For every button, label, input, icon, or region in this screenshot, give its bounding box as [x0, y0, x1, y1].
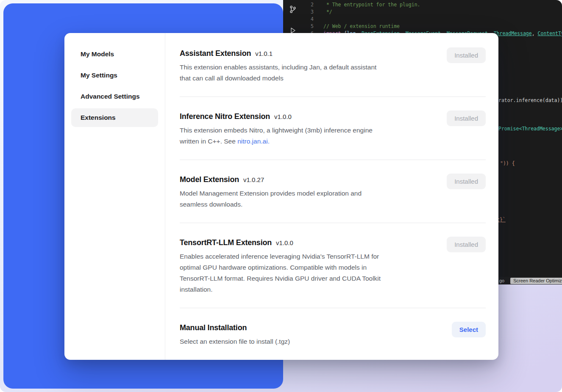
- extension-title: TensortRT-LLM Extension: [180, 237, 272, 248]
- code-fragment: rator.inference(data));: [498, 97, 562, 103]
- extension-row-assistant-extension: Assistant Extensionv1.0.1This extension …: [180, 41, 486, 97]
- extension-description: Model Management Extension provides mode…: [180, 188, 362, 210]
- extension-title: Manual Installation: [180, 322, 247, 334]
- extension-info: Model Extensionv1.0.27Model Management E…: [180, 174, 362, 210]
- extension-version: v1.0.0: [274, 113, 292, 120]
- settings-sidebar: My ModelsMy SettingsAdvanced SettingsExt…: [64, 33, 165, 360]
- settings-sidebar-list: My ModelsMy SettingsAdvanced SettingsExt…: [71, 45, 158, 127]
- extension-info: Inference Nitro Extensionv1.0.0This exte…: [180, 110, 373, 147]
- extension-row-model-extension: Model Extensionv1.0.27Model Management E…: [180, 160, 486, 223]
- code-text: [314, 16, 323, 23]
- line-number: 5: [303, 23, 314, 30]
- model-extension-button[interactable]: Installed: [447, 174, 486, 189]
- extension-title: Assistant Extension: [180, 47, 251, 59]
- extension-title-row: Inference Nitro Extensionv1.0.0: [180, 110, 373, 122]
- code-line: 4: [303, 16, 562, 23]
- sidebar-item-extensions[interactable]: Extensions: [71, 108, 158, 127]
- extension-title: Inference Nitro Extension: [180, 110, 270, 122]
- extension-description: Enables accelerated inference leveraging…: [180, 251, 381, 295]
- code-line: 3 */: [303, 8, 562, 16]
- line-number: 3: [303, 8, 314, 16]
- code-fragment: ")) {: [500, 160, 515, 166]
- manual-installation-button[interactable]: Select: [452, 322, 486, 337]
- settings-modal: My ModelsMy SettingsAdvanced SettingsExt…: [64, 33, 498, 360]
- extension-info: Manual InstallationSelect an extension f…: [180, 322, 290, 347]
- extension-row-tensorrt-llm-extension: TensortRT-LLM Extensionv1.0.0Enables acc…: [180, 223, 486, 308]
- extension-title: Model Extension: [180, 174, 239, 185]
- code-line: 2 * The entrypoint for the plugin.: [303, 1, 562, 8]
- extension-info: TensortRT-LLM Extensionv1.0.0Enables acc…: [180, 237, 381, 295]
- extension-description: Select an extension file to install (.tg…: [180, 336, 290, 347]
- line-number: 4: [303, 16, 314, 23]
- code-text: // Web / extension runtime: [314, 23, 400, 30]
- extension-version: v1.0.27: [243, 176, 264, 183]
- extension-row-manual-installation: Manual InstallationSelect an extension f…: [180, 308, 486, 360]
- source-control-icon[interactable]: [288, 4, 298, 14]
- screenshot-root: 2 * The entrypoint for the plugin.3 */45…: [0, 0, 562, 392]
- code-text: */: [314, 8, 332, 16]
- code-line: 5// Web / extension runtime: [303, 23, 562, 30]
- screen-reader-chip[interactable]: Screen Reader Optimized: [510, 278, 562, 284]
- extension-title-row: Manual Installation: [180, 322, 290, 334]
- tensorrt-llm-extension-button[interactable]: Installed: [447, 237, 486, 252]
- extension-description: This extension enables assistants, inclu…: [180, 62, 376, 84]
- extension-title-row: Model Extensionv1.0.27: [180, 174, 362, 185]
- line-number: 2: [303, 1, 314, 8]
- sidebar-item-my-settings[interactable]: My Settings: [71, 66, 158, 85]
- inference-nitro-extension-button[interactable]: Installed: [447, 110, 486, 126]
- sidebar-item-advanced-settings[interactable]: Advanced Settings: [71, 87, 158, 106]
- extension-title-row: Assistant Extensionv1.0.1: [180, 47, 376, 59]
- nitro-link[interactable]: nitro.jan.ai.: [237, 138, 270, 145]
- extension-version: v1.0.1: [255, 50, 273, 57]
- extensions-list: Assistant Extensionv1.0.1This extension …: [165, 33, 498, 360]
- status-text: go: [499, 278, 504, 283]
- assistant-extension-button[interactable]: Installed: [447, 47, 486, 63]
- extension-row-inference-nitro-extension: Inference Nitro Extensionv1.0.0This exte…: [180, 97, 486, 160]
- code-text: * The entrypoint for the plugin.: [314, 1, 420, 8]
- extension-info: Assistant Extensionv1.0.1This extension …: [180, 47, 376, 84]
- extension-description: This extension embeds Nitro, a lightweig…: [180, 125, 373, 147]
- code-area: 2 * The entrypoint for the plugin.3 */45…: [303, 1, 562, 37]
- extension-version: v1.0.0: [276, 239, 293, 246]
- sidebar-item-my-models[interactable]: My Models: [71, 45, 158, 63]
- extension-title-row: TensortRT-LLM Extensionv1.0.0: [180, 237, 381, 248]
- code-fragment: Promise<ThreadMessage>: [498, 126, 562, 132]
